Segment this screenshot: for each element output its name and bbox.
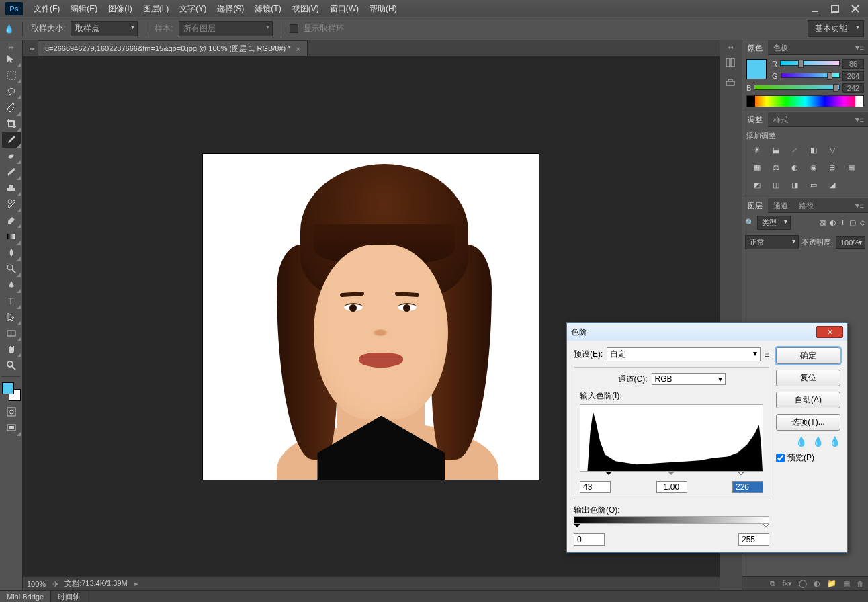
history-panel-icon[interactable]: [722, 54, 738, 71]
menu-image[interactable]: 图像(I): [103, 0, 137, 17]
lookup-icon[interactable]: ▤: [844, 161, 858, 173]
preview-checkbox-label[interactable]: 预览(P): [776, 452, 840, 464]
maximize-button[interactable]: [825, 2, 845, 15]
magic-wand-tool[interactable]: [2, 99, 21, 116]
tab-timeline[interactable]: 时间轴: [51, 591, 87, 603]
preset-menu-icon[interactable]: ≡: [765, 350, 769, 359]
white-point-slider[interactable]: [738, 472, 744, 478]
adj-layer-icon[interactable]: ◐: [814, 579, 820, 588]
crop-tool[interactable]: [2, 116, 21, 132]
document-tab-close[interactable]: ×: [296, 45, 300, 53]
output-gradient[interactable]: [574, 516, 769, 524]
brush-tool[interactable]: [2, 164, 21, 180]
r-slider[interactable]: [780, 60, 840, 67]
preview-checkbox[interactable]: [776, 454, 785, 462]
zoom-level[interactable]: 100%: [27, 580, 46, 588]
options-button[interactable]: 选项(T)...: [776, 414, 840, 431]
tab-mini-bridge[interactable]: Mini Bridge: [0, 591, 51, 603]
menu-layer[interactable]: 图层(L): [138, 0, 175, 17]
tab-styles[interactable]: 样式: [768, 112, 793, 127]
tools-expand-icon[interactable]: ▸▸: [0, 44, 22, 51]
output-white-slider[interactable]: [763, 524, 769, 531]
workspace-switcher[interactable]: 基本功能: [808, 20, 864, 37]
screen-mode-toggle[interactable]: [2, 420, 21, 436]
input-gamma-field[interactable]: [656, 481, 687, 493]
hue-icon[interactable]: ▦: [750, 161, 764, 173]
quick-mask-toggle[interactable]: [2, 404, 21, 420]
status-flyout-icon[interactable]: ▸: [134, 579, 138, 588]
g-slider[interactable]: [781, 73, 840, 79]
photo-filter-icon[interactable]: ◉: [807, 161, 820, 173]
black-point-slider[interactable]: [605, 472, 612, 478]
mask-icon[interactable]: ◯: [799, 579, 807, 588]
filter-type-icon[interactable]: T: [840, 218, 845, 227]
threshold-icon[interactable]: ◨: [788, 179, 801, 191]
document-tab[interactable]: u=2666946279,1602237666&fm=15&gp=0.jpg @…: [38, 40, 308, 56]
path-selection-tool[interactable]: [2, 309, 21, 325]
lasso-tool[interactable]: [2, 83, 21, 99]
menu-view[interactable]: 视图(V): [287, 0, 324, 17]
filter-smart-icon[interactable]: ◇: [860, 218, 865, 227]
rectangle-tool[interactable]: [2, 325, 21, 341]
white-eyedropper-icon[interactable]: 💧: [829, 436, 840, 447]
histogram[interactable]: [580, 404, 763, 472]
color-spectrum[interactable]: [746, 95, 864, 108]
tab-paths[interactable]: 路径: [793, 198, 819, 213]
eraser-tool[interactable]: [2, 212, 21, 228]
close-button[interactable]: [845, 2, 865, 15]
color-panel-flyout[interactable]: ▾≡: [851, 43, 868, 52]
filter-shape-icon[interactable]: ▢: [849, 218, 856, 227]
pen-tool[interactable]: [2, 277, 21, 293]
menu-select[interactable]: 选择(S): [212, 0, 249, 17]
menu-window[interactable]: 窗口(W): [324, 0, 364, 17]
foreground-background-colors[interactable]: [2, 382, 21, 401]
filter-kind-icon[interactable]: 🔍: [745, 218, 754, 227]
input-white-field[interactable]: [732, 481, 763, 493]
new-layer-icon[interactable]: ▤: [843, 579, 850, 588]
ok-button[interactable]: 确定: [776, 347, 840, 364]
b-slider[interactable]: [754, 85, 840, 91]
adjustments-flyout[interactable]: ▾≡: [851, 115, 868, 124]
channel-mixer-icon[interactable]: ⊞: [826, 161, 839, 173]
opacity-input[interactable]: 100%: [836, 236, 865, 249]
dialog-titlebar[interactable]: 色阶 ✕: [567, 323, 847, 341]
blend-mode-dropdown[interactable]: 正常: [745, 235, 799, 249]
dock-expand-icon[interactable]: ◂◂: [728, 44, 733, 50]
show-sampling-ring-checkbox[interactable]: [290, 24, 298, 33]
menu-filter[interactable]: 滤镜(T): [249, 0, 286, 17]
blur-tool[interactable]: [2, 245, 21, 261]
foreground-color-swatch[interactable]: [746, 59, 767, 79]
reset-button[interactable]: 复位: [776, 370, 840, 386]
filter-pixel-icon[interactable]: ▧: [819, 218, 826, 227]
layers-flyout[interactable]: ▾≡: [851, 201, 868, 210]
tab-layers[interactable]: 图层: [742, 198, 768, 213]
black-eyedropper-icon[interactable]: 💧: [795, 436, 807, 447]
hand-tool[interactable]: [2, 341, 21, 357]
minimize-button[interactable]: [805, 2, 825, 15]
healing-brush-tool[interactable]: [2, 148, 21, 164]
link-layers-icon[interactable]: ⧉: [770, 579, 775, 588]
history-brush-tool[interactable]: [2, 196, 21, 212]
group-icon[interactable]: 📁: [827, 579, 836, 588]
filter-kind-dropdown[interactable]: 类型: [757, 216, 791, 230]
output-white-field[interactable]: [738, 533, 769, 546]
gradient-tool[interactable]: [2, 228, 21, 245]
r-value[interactable]: 86: [842, 59, 864, 69]
fx-icon[interactable]: fx▾: [782, 579, 792, 588]
vibrance-icon[interactable]: ▽: [826, 144, 839, 156]
clone-stamp-tool[interactable]: [2, 180, 21, 196]
status-scrubber-icon[interactable]: ⬗: [52, 579, 58, 588]
brightness-icon[interactable]: ☀: [750, 144, 764, 156]
curves-icon[interactable]: ⟋: [788, 144, 801, 156]
tab-color[interactable]: 颜色: [742, 40, 768, 55]
gradient-map-icon[interactable]: ▭: [807, 179, 820, 191]
auto-button[interactable]: 自动(A): [776, 392, 840, 408]
zoom-tool[interactable]: [2, 357, 21, 374]
properties-panel-icon[interactable]: [722, 75, 738, 91]
input-black-field[interactable]: [580, 481, 611, 493]
sample-size-dropdown[interactable]: 取样点: [71, 21, 138, 36]
posterize-icon[interactable]: ◫: [769, 179, 783, 191]
g-value[interactable]: 204: [842, 71, 864, 81]
selective-color-icon[interactable]: ◪: [826, 179, 839, 191]
channel-combo[interactable]: RGB: [652, 373, 726, 385]
